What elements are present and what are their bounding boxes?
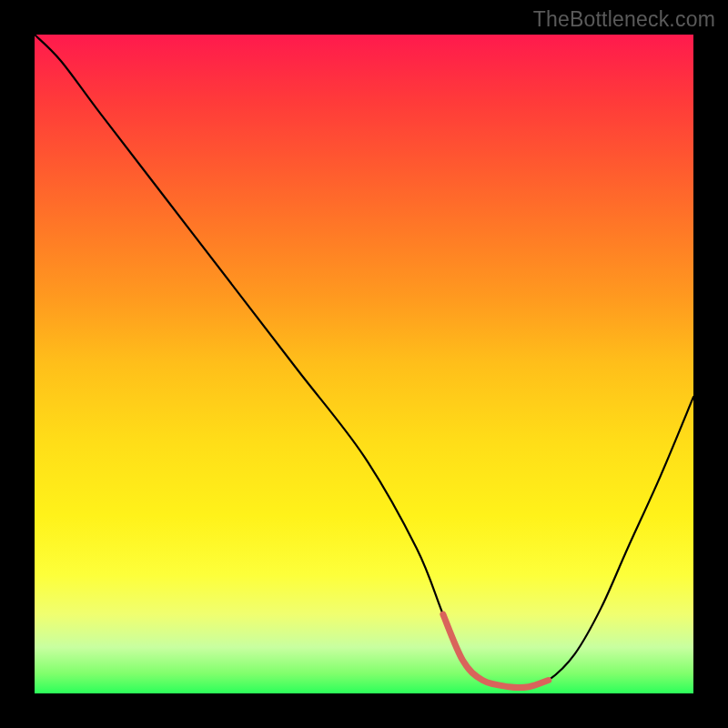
curve-layer (35, 35, 693, 693)
bottleneck-curve (35, 35, 693, 688)
plot-area (35, 35, 693, 693)
watermark-text: TheBottleneck.com (533, 7, 715, 32)
chart-frame: TheBottleneck.com (0, 0, 728, 728)
trough-highlight (443, 614, 549, 688)
